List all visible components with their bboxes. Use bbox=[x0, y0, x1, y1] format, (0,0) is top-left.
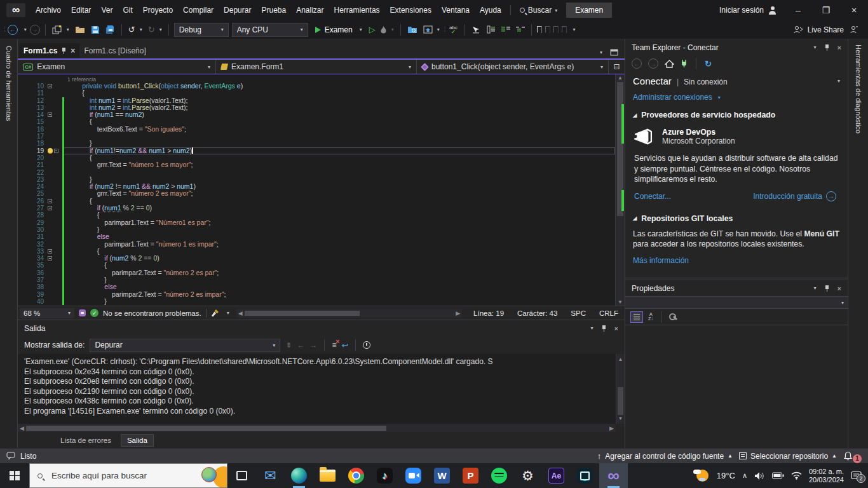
code-line-25[interactable]: 25 grrr.Text = "número 2 es mayor"; bbox=[18, 190, 615, 197]
chevron-down-icon[interactable]: ▾ bbox=[227, 310, 229, 316]
navigate-forward-button[interactable]: → bbox=[30, 25, 40, 35]
outline-collapse-icon[interactable] bbox=[48, 84, 52, 88]
taskbar-visual-studio-button[interactable]: ∞ bbox=[599, 463, 628, 488]
taskbar-settings-button[interactable]: ⚙ bbox=[513, 463, 542, 488]
member-dropdown[interactable]: button1_Click(object sender, EventArgs e… bbox=[417, 60, 608, 74]
active-files-dropdown[interactable]: ▾ bbox=[600, 50, 602, 55]
tab-lista-de-errores[interactable]: Lista de errores bbox=[55, 435, 117, 446]
menu-ayuda[interactable]: Ayuda bbox=[475, 3, 506, 17]
menu-depurar[interactable]: Depurar bbox=[219, 3, 256, 17]
solution-platforms-combo[interactable]: Any CPU▾ bbox=[232, 23, 308, 37]
menu-herramientas[interactable]: Herramientas bbox=[329, 3, 385, 17]
pin-icon[interactable] bbox=[824, 285, 830, 292]
taskbar-premiere-rush-button[interactable] bbox=[571, 463, 599, 488]
more-info-link[interactable]: Más información bbox=[633, 256, 689, 265]
spaces-indicator[interactable]: SPC bbox=[566, 309, 590, 317]
split-window-button[interactable]: ⊟ bbox=[608, 60, 625, 74]
navigate-home-button[interactable]: ▾ bbox=[422, 24, 441, 35]
menu-git[interactable]: Git bbox=[118, 3, 137, 17]
taskbar-file-explorer-button[interactable] bbox=[313, 463, 342, 488]
code-line-16[interactable]: 16 textBox6.Text = "Son iguales"; bbox=[18, 126, 615, 133]
find-in-files-button[interactable] bbox=[406, 24, 419, 35]
project-dropdown[interactable]: C#Examen▾ bbox=[18, 60, 216, 74]
tab-form1cs[interactable]: Form1.cs × bbox=[19, 43, 79, 58]
arrow-right-icon[interactable]: → bbox=[826, 191, 836, 201]
type-dropdown[interactable]: Examen.Form1▾ bbox=[216, 60, 417, 74]
goto-message-icon[interactable]: ⇟ bbox=[285, 341, 292, 349]
next-bookmark-button[interactable] bbox=[553, 26, 559, 33]
solution-name-badge[interactable]: Examen bbox=[566, 3, 612, 18]
search-doodle[interactable] bbox=[198, 464, 227, 487]
tab-form1cs-diseno[interactable]: Form1.cs [Diseño] bbox=[79, 43, 150, 58]
alphabetical-sort-button[interactable]: AZ↓ bbox=[648, 313, 654, 321]
select-repository-button[interactable]: Seleccionar repositorio▲ bbox=[739, 452, 837, 461]
taskbar-mail-button[interactable]: ✉ bbox=[256, 463, 285, 488]
intellisense-icon[interactable] bbox=[79, 309, 86, 316]
save-all-button[interactable] bbox=[104, 24, 116, 36]
menu-archivo[interactable]: Archivo bbox=[31, 3, 66, 17]
outline-collapse-icon[interactable] bbox=[48, 112, 52, 117]
navigate-back-button[interactable]: ← bbox=[8, 25, 18, 35]
azure-intro-link[interactable]: Introducción gratuita bbox=[753, 192, 822, 201]
float-window-icon[interactable] bbox=[610, 49, 618, 56]
connections-plug-icon[interactable] bbox=[681, 59, 688, 68]
previous-bookmark-button[interactable] bbox=[545, 26, 550, 33]
refresh-icon[interactable]: ↻ bbox=[705, 59, 712, 69]
new-project-button[interactable]: ▾ bbox=[51, 24, 71, 36]
local-git-section[interactable]: ◢Repositorios GIT locales bbox=[633, 214, 840, 223]
forward-button[interactable]: → bbox=[648, 58, 658, 69]
open-file-button[interactable] bbox=[74, 24, 86, 35]
output-vertical-scrollbar[interactable]: ▲ ▼ bbox=[616, 354, 625, 424]
problems-status[interactable]: No se encontraron problemas. bbox=[103, 309, 201, 317]
scroll-up-arrow[interactable]: ▲ bbox=[616, 75, 625, 81]
add-to-source-control-button[interactable]: ↑Agregar al control de código fuente▲ bbox=[597, 451, 733, 461]
menu-analizar[interactable]: Analizar bbox=[291, 3, 329, 17]
code-line-17[interactable]: 17 bbox=[18, 133, 615, 140]
window-position-dropdown[interactable]: ▾ bbox=[814, 285, 817, 291]
scroll-down-arrow[interactable]: ▼ bbox=[616, 299, 625, 305]
decrease-indent-button[interactable] bbox=[500, 25, 512, 35]
azure-connect-link[interactable]: Conectar... bbox=[634, 192, 671, 201]
chevron-down-icon[interactable]: ▾ bbox=[24, 27, 27, 32]
hot-reload-button[interactable]: ▾ bbox=[379, 24, 395, 35]
outline-collapse-icon[interactable] bbox=[48, 256, 52, 261]
outline-collapse-icon[interactable] bbox=[54, 149, 58, 153]
output-content[interactable]: 'Examen.exe' (CoreCLR: clrhost): 'C:\Pro… bbox=[18, 354, 625, 424]
lightbulb-icon[interactable] bbox=[48, 148, 53, 153]
categorized-view-button[interactable] bbox=[630, 311, 643, 323]
scrollbar-thumb[interactable] bbox=[245, 311, 360, 316]
search-menu[interactable]: Buscar▾ bbox=[515, 3, 562, 17]
sign-in-button[interactable]: Iniciar sesión bbox=[712, 6, 784, 15]
outline-collapse-icon[interactable] bbox=[48, 206, 52, 210]
code-line-39[interactable]: 39 parimpar2.Text = "número 2 es impar"; bbox=[18, 291, 615, 298]
outline-collapse-icon[interactable] bbox=[48, 249, 52, 254]
solution-configurations-combo[interactable]: Debug▾ bbox=[174, 23, 229, 37]
start-button[interactable] bbox=[0, 463, 29, 488]
eol-indicator[interactable]: CRLF bbox=[595, 309, 623, 317]
close-icon[interactable]: × bbox=[71, 46, 75, 55]
block-selection-button[interactable] bbox=[485, 24, 497, 35]
weather-icon[interactable] bbox=[693, 468, 710, 484]
battery-icon[interactable] bbox=[772, 472, 784, 479]
clear-all-icon[interactable]: ≡ bbox=[332, 341, 336, 349]
start-debugging-button[interactable]: Examen▾ bbox=[311, 24, 366, 36]
menu-extensiones[interactable]: Extensiones bbox=[385, 3, 437, 17]
menu-editar[interactable]: Editar bbox=[66, 3, 96, 17]
properties-title[interactable]: Propiedades ▾ × bbox=[625, 280, 848, 296]
taskbar-word-button[interactable]: W bbox=[428, 463, 456, 488]
scrollbar-thumb[interactable] bbox=[26, 426, 386, 431]
tray-overflow-chevron[interactable]: ∧ bbox=[742, 471, 747, 480]
close-icon[interactable]: × bbox=[837, 44, 841, 51]
code-line-22[interactable]: 22 bbox=[18, 169, 615, 176]
scroll-left-arrow[interactable]: ◀ bbox=[18, 425, 26, 431]
code-line-27[interactable]: 27 if (num1 % 2 == 0) bbox=[18, 205, 615, 212]
toolbar-overflow-button[interactable]: ▾ bbox=[573, 27, 576, 32]
taskbar-tiktok-button[interactable]: ♪ bbox=[370, 463, 399, 488]
start-without-debugging-button[interactable]: ▷ bbox=[369, 25, 376, 34]
taskbar-spotify-button[interactable] bbox=[485, 463, 513, 488]
clear-bookmarks-button[interactable] bbox=[562, 26, 567, 33]
diagnostics-side-tab[interactable]: Herramientas de diagnóstico bbox=[848, 39, 868, 448]
editor-vertical-scrollbar[interactable]: ▲ ▼ bbox=[615, 74, 625, 306]
live-share-button[interactable]: Live Share bbox=[794, 25, 864, 34]
menu-prueba[interactable]: Prueba bbox=[256, 3, 291, 17]
